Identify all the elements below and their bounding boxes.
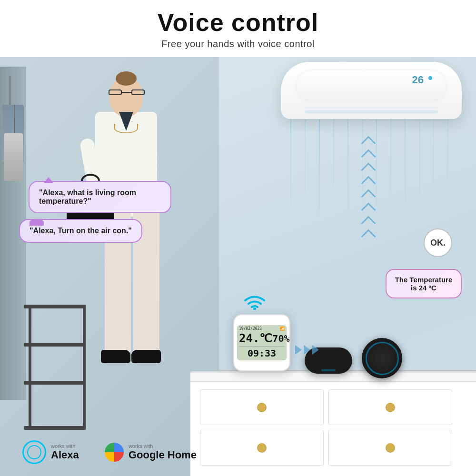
alexa-works-with: works with — [51, 443, 79, 449]
dresser-drawers — [190, 382, 476, 473]
ok-bubble: OK. — [424, 228, 452, 257]
sensor-temp: 24.℃ — [239, 332, 272, 345]
temperature-response-bubble: The Temperature is 24 ºC — [386, 269, 462, 298]
arrow-up-2 — [361, 149, 376, 164]
drawer-top-right — [328, 389, 452, 425]
drawer-handle — [257, 443, 267, 453]
sensor-time: 09:33 — [239, 346, 285, 359]
drawer-handle — [386, 403, 395, 412]
footer-logos: works with Alexa works with Google Home — [0, 433, 219, 471]
speech-bubble-1: "Alexa, what is living room temperature?… — [29, 181, 171, 213]
google-home-logo: works with Google Home — [105, 443, 197, 462]
header: Voice control Free your hands with voice… — [0, 0, 476, 57]
main-container: Voice control Free your hands with voice… — [0, 0, 476, 476]
person-figure — [38, 67, 200, 438]
alexa-inner-ring — [27, 445, 41, 459]
drawer-handle — [257, 403, 267, 412]
drawer-top-left — [200, 389, 324, 425]
drawer-bottom-right — [328, 430, 452, 466]
arrow-up-6 — [361, 202, 376, 217]
page-subtitle: Free your hands with voice control — [161, 39, 315, 50]
sensor-device: 19/02/2023 📶 24.℃ 70% 09:33 — [233, 314, 290, 371]
arrows-right — [295, 345, 319, 355]
alexa-logo: works with Alexa — [22, 440, 79, 464]
arrow-up-8 — [361, 229, 376, 244]
google-dot-icon — [105, 443, 124, 462]
alexa-brand-name: Alexa — [51, 449, 79, 461]
arrow-right-3 — [312, 345, 319, 355]
dresser — [190, 371, 476, 476]
drawer-handle — [386, 443, 395, 453]
alexa-circle-icon — [22, 440, 46, 464]
google-works-with: works with — [129, 443, 197, 449]
arrow-up-7 — [361, 216, 376, 230]
echo-device — [362, 338, 402, 378]
arrow-up-5 — [361, 189, 376, 204]
speech-bubble-2: "Alexa, Turn on the air con." — [19, 219, 142, 243]
dresser-top — [190, 373, 476, 382]
ac-display: 26 — [412, 74, 424, 86]
wifi-icon — [243, 291, 267, 312]
arrow-right-1 — [295, 345, 302, 355]
sensor-date: 19/02/2023 — [239, 327, 262, 331]
google-brand-name: Google Home — [129, 449, 197, 461]
sensor-humidity: 70% — [272, 333, 289, 344]
signal-arrows — [363, 138, 374, 242]
arrow-up-4 — [361, 176, 376, 190]
ac-unit: 26 — [281, 62, 462, 119]
arrow-up-3 — [361, 162, 376, 177]
page-title: Voice control — [158, 8, 319, 37]
arrow-up-1 — [361, 136, 376, 150]
svg-point-0 — [253, 307, 256, 310]
arrow-right-2 — [304, 345, 310, 355]
